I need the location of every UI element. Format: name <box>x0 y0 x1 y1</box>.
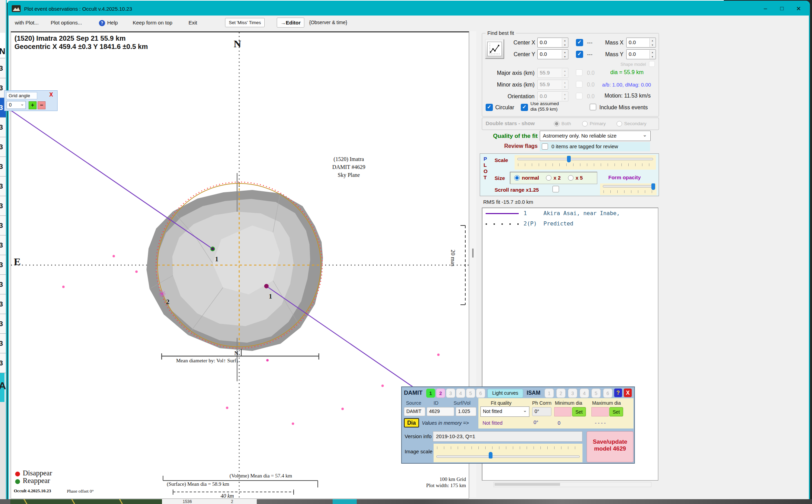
menu-exit[interactable]: Exit <box>189 20 197 26</box>
grid-angle-select[interactable]: 0 ⌄ <box>7 101 26 109</box>
menu-help[interactable]: Help <box>107 20 118 26</box>
app-icon <box>12 5 21 12</box>
isam-tab-4[interactable]: 4 <box>580 389 589 398</box>
strip-row[interactable]: 3 <box>0 314 6 334</box>
strip-row[interactable]: 3 <box>0 353 6 373</box>
strip-row[interactable]: 3 <box>0 216 6 235</box>
grid-angle-box[interactable]: Grid angle X 0 ⌄ + − <box>4 90 58 111</box>
menu-keep-on-top[interactable]: Keep form on top <box>133 20 172 26</box>
damit-tab-3[interactable]: 3 <box>446 389 455 398</box>
light-curves-button[interactable]: Light curves <box>487 389 523 398</box>
plot-canvas[interactable]: 1 1 ✳ 2 N <box>11 32 469 498</box>
min-dia-set-button[interactable]: Set <box>572 407 586 416</box>
strip-row[interactable]: 3 <box>0 137 6 157</box>
strip-row[interactable]: 3 <box>0 196 6 216</box>
ph-corrn-value[interactable]: 0° <box>532 407 551 416</box>
strip-row[interactable]: 3 <box>0 157 6 177</box>
isam-tab-5[interactable]: 5 <box>591 389 601 398</box>
chord2-label: 1 <box>269 293 272 300</box>
plot-area[interactable]: 1 1 ✳ 2 N <box>11 31 469 499</box>
quality-select[interactable]: Astrometry only. No reliable size ⌄ <box>540 131 651 141</box>
use-assumed-checkbox[interactable] <box>521 104 528 111</box>
max-dia-field[interactable] <box>591 407 609 416</box>
grid-angle-plus[interactable]: + <box>29 101 37 109</box>
strip-row[interactable]: 3 <box>0 294 6 314</box>
strip-row[interactable]: 3 <box>0 59 6 78</box>
strip-row[interactable]: 3 <box>0 255 6 275</box>
observer-list-scrollbar[interactable] <box>494 482 651 487</box>
major-axis-aux: 0.0 <box>587 70 595 76</box>
max-dia-set-button[interactable]: Set <box>609 407 623 416</box>
isam-tab-1[interactable]: 1 <box>545 389 554 398</box>
damit-tab-1[interactable]: 1 <box>426 389 435 398</box>
reappear-marker[interactable] <box>211 247 215 251</box>
isam-tab-2[interactable]: 2 <box>556 389 566 398</box>
image-scale-slider[interactable] <box>434 444 582 462</box>
damit-tab-4[interactable]: 4 <box>456 389 465 398</box>
spinner[interactable]: ▲▼ <box>562 38 568 47</box>
shape-model-checkbox[interactable] <box>649 61 655 67</box>
editor-button[interactable]: →Editor <box>277 18 304 28</box>
spinner[interactable]: ▲▼ <box>562 50 568 59</box>
center-y-checkbox[interactable] <box>576 51 583 58</box>
damit-tab-5[interactable]: 5 <box>466 389 475 398</box>
observer-row[interactable]: 1 Akira Asai, near Inabe, <box>486 210 658 218</box>
plot-controls-panel: P L O T Scale Size normal x 2 x 5 Form o… <box>480 153 659 196</box>
spinner: ▲▼ <box>562 69 568 77</box>
minimize-button[interactable]: – <box>757 2 774 16</box>
mass-x-input[interactable]: 0.0 ▲▼ <box>626 38 656 48</box>
memory-min: 0 <box>558 420 560 426</box>
size-x2-radio[interactable] <box>546 175 551 181</box>
include-miss-checkbox[interactable] <box>590 104 596 110</box>
spinner[interactable]: ▲▼ <box>649 38 655 47</box>
center-y-input[interactable]: 0.0 ▲▼ <box>537 49 568 59</box>
dia-text: dia = 55.9 km <box>598 69 656 75</box>
strip-row[interactable]: 3 <box>0 334 6 353</box>
both-radio[interactable] <box>554 121 559 127</box>
center-x-checkbox[interactable] <box>576 39 583 46</box>
scale-slider[interactable] <box>515 155 656 170</box>
fit-quality-select[interactable]: Not fitted ⌄ <box>480 406 529 417</box>
set-miss-times-button[interactable]: Set 'Miss' Times <box>225 18 265 27</box>
circular-checkbox[interactable] <box>486 104 493 111</box>
strip-row[interactable]: 3 <box>0 177 6 196</box>
grid-angle-minus[interactable]: − <box>38 101 45 109</box>
scrollbar-thumb[interactable] <box>495 483 560 486</box>
maximize-button[interactable]: □ <box>774 2 790 16</box>
mass-y-input[interactable]: 0.0 ▲▼ <box>626 49 656 59</box>
isam-tab-6[interactable]: 6 <box>603 389 612 398</box>
damit-help-button[interactable]: ? <box>614 389 622 397</box>
isam-tab-3[interactable]: 3 <box>568 389 577 398</box>
size-x5-radio[interactable] <box>568 175 574 181</box>
center-x-input[interactable]: 0.0 ▲▼ <box>537 38 568 48</box>
scroll-range-checkbox[interactable] <box>552 186 559 192</box>
min-dia-field[interactable] <box>554 407 571 416</box>
damit-tab-6[interactable]: 6 <box>476 389 485 398</box>
spinner[interactable]: ▲▼ <box>649 50 655 59</box>
fit-button[interactable] <box>485 39 504 59</box>
version-info-field[interactable]: 2019-10-23, Q=1 <box>433 431 582 442</box>
primary-radio[interactable] <box>582 121 588 127</box>
observer-time-label[interactable]: {Observer & time} <box>309 20 347 25</box>
disappear-marker[interactable] <box>264 284 269 289</box>
grid-angle-close[interactable]: X <box>49 92 53 98</box>
scrollbar-thumb[interactable] <box>472 249 474 258</box>
plot-letter-t: T <box>484 174 487 180</box>
strip-row[interactable]: 3 <box>0 118 6 137</box>
save-update-button[interactable]: Save/update model 4629 <box>587 431 633 462</box>
observer-row[interactable]: 2(P) Predicted <box>486 220 658 229</box>
damit-tab-2[interactable]: 2 <box>436 389 445 398</box>
titlebar[interactable]: Plot event observations : Occult v.4.202… <box>9 2 809 16</box>
strip-row[interactable]: 3 <box>0 275 6 294</box>
review-flags-label: Review flags <box>482 143 538 149</box>
form-opacity-slider[interactable] <box>600 183 657 195</box>
strip-row[interactable]: 3 <box>0 235 6 255</box>
close-button[interactable]: ✕ <box>790 2 807 16</box>
damit-close-button[interactable]: X <box>624 389 632 397</box>
size-normal-radio[interactable] <box>514 175 520 181</box>
menu-plot-options[interactable]: Plot options... <box>51 20 82 26</box>
dia-button[interactable]: Dia <box>404 418 419 427</box>
review-checkbox[interactable] <box>542 143 548 150</box>
secondary-radio[interactable] <box>617 121 622 127</box>
menu-with-plot[interactable]: with Plot... <box>15 20 39 26</box>
